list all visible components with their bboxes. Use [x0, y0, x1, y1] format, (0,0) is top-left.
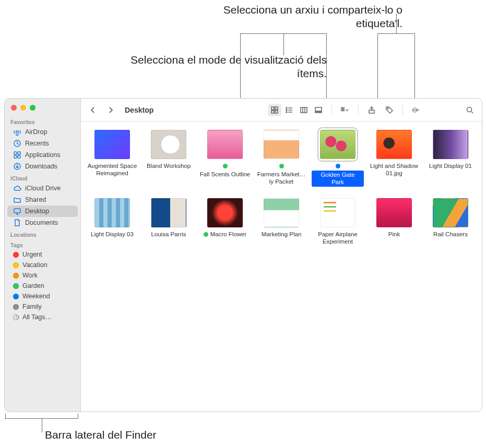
cloud-icon: [13, 184, 21, 192]
file-item[interactable]: Light Display 03: [85, 197, 139, 247]
desktop-icon: [13, 207, 21, 215]
files-grid: Augmented Space ReimaginedBland Workshop…: [81, 122, 482, 254]
toolbar-divider: [331, 105, 332, 115]
svg-point-13: [286, 110, 287, 111]
file-name-text: Farmers Market…ly Packet: [255, 171, 307, 186]
sidebar-item-icloud-drive[interactable]: iCloud Drive: [7, 183, 78, 194]
svg-point-14: [286, 112, 287, 113]
tag-color-icon: [13, 252, 19, 258]
sidebar-item-label: Desktop: [25, 208, 49, 215]
minimize-window-button[interactable]: [20, 105, 26, 111]
more-actions-button[interactable]: [409, 104, 423, 116]
file-item[interactable]: Louisa Parris: [141, 197, 196, 247]
svg-point-29: [416, 110, 416, 110]
share-button[interactable]: [365, 104, 378, 116]
sidebar-item-applications[interactable]: Applications: [7, 149, 78, 161]
file-item[interactable]: Macro Flower: [198, 197, 252, 247]
file-item[interactable]: Paper Airplane Experiment: [311, 197, 365, 247]
sidebar-item-label: Documents: [25, 219, 58, 226]
callout-line: [396, 14, 397, 33]
sidebar-tag-vacation[interactable]: Vacation: [7, 260, 78, 270]
file-item[interactable]: Fall Scents Outline: [198, 129, 252, 188]
sidebar: Favorites AirDropRecentsApplicationsDown…: [5, 99, 81, 411]
file-thumbnail: [320, 198, 355, 227]
file-name-text: Bland Workshop: [147, 162, 191, 169]
file-thumbnail: [320, 130, 355, 159]
sidebar-tag-label: Garden: [22, 282, 44, 289]
file-thumbnail: [151, 198, 186, 227]
file-tag-icon: [223, 164, 228, 168]
file-thumbnail: [151, 130, 186, 159]
callout-line: [377, 33, 378, 104]
view-columns-button[interactable]: [297, 104, 311, 116]
sidebar-item-label: AirDrop: [25, 128, 47, 136]
callout-line: [326, 33, 327, 104]
file-thumbnail: [376, 130, 412, 159]
file-name: Fall Scents Outline: [199, 162, 251, 178]
window-controls: [5, 102, 80, 116]
sidebar-tag-label: Urgent: [22, 251, 42, 258]
tags-button[interactable]: [383, 104, 396, 116]
tag-color-icon: [13, 304, 19, 310]
file-item[interactable]: Golden Gate Park: [311, 129, 365, 188]
file-name-text: Pink: [388, 231, 400, 238]
file-thumbnail: [433, 130, 468, 159]
file-thumbnail: [207, 198, 243, 227]
group-by-button[interactable]: [338, 104, 352, 116]
forward-button[interactable]: [104, 104, 117, 116]
sidebar-tag-work[interactable]: Work: [7, 270, 78, 281]
svg-rect-9: [275, 107, 278, 110]
sidebar-item-label: iCloud Drive: [25, 185, 61, 192]
callout-view-mode: Selecciona el mode de visualització dels…: [118, 53, 327, 81]
file-name: Paper Airplane Experiment: [312, 231, 364, 246]
svg-rect-21: [343, 107, 344, 108]
file-name-text: Paper Airplane Experiment: [312, 231, 364, 246]
sidebar-item-documents[interactable]: Documents: [7, 217, 78, 228]
sidebar-item-desktop[interactable]: Desktop: [7, 205, 78, 217]
file-name: Marketing Plan: [262, 231, 302, 238]
svg-rect-8: [271, 107, 274, 110]
sidebar-section-icloud: iCloud: [5, 172, 80, 183]
file-thumbnail: [207, 130, 243, 159]
zoom-window-button[interactable]: [30, 105, 35, 111]
svg-rect-22: [341, 110, 342, 111]
sidebar-item-downloads[interactable]: Downloads: [7, 161, 78, 172]
back-button[interactable]: [86, 104, 100, 116]
file-item[interactable]: Bland Workshop: [141, 129, 196, 188]
file-name: Pink: [388, 231, 400, 238]
sidebar-item-shared[interactable]: Shared: [7, 194, 78, 205]
sidebar-tag-all-tags-[interactable]: All Tags…: [7, 312, 78, 322]
file-name: Farmers Market…ly Packet: [255, 162, 307, 186]
view-gallery-button[interactable]: [312, 104, 325, 116]
sidebar-tag-garden[interactable]: Garden: [7, 281, 78, 291]
file-item[interactable]: Farmers Market…ly Packet: [254, 129, 309, 188]
doc-icon: [13, 219, 21, 227]
svg-rect-23: [343, 110, 344, 111]
svg-rect-19: [320, 112, 322, 113]
file-item[interactable]: Pink: [367, 197, 421, 247]
view-list-button[interactable]: [282, 104, 296, 116]
file-item[interactable]: Marketing Plan: [254, 197, 309, 247]
file-item[interactable]: Light and Shadow 01.jpg: [367, 129, 421, 188]
view-icons-button[interactable]: [268, 104, 281, 116]
callout-line: [5, 414, 6, 419]
file-name: Louisa Parris: [151, 231, 186, 238]
svg-rect-10: [271, 111, 274, 113]
sidebar-tag-weekend[interactable]: Weekend: [7, 291, 78, 301]
file-item[interactable]: Rail Chasers: [423, 197, 478, 247]
sidebar-item-airdrop[interactable]: AirDrop: [7, 126, 78, 138]
sidebar-item-recents[interactable]: Recents: [7, 138, 78, 149]
file-item[interactable]: Light Display 01: [423, 129, 478, 188]
file-thumbnail: [94, 130, 130, 159]
svg-rect-7: [14, 209, 20, 213]
tag-color-icon: [13, 273, 19, 279]
apps-icon: [13, 151, 21, 159]
close-window-button[interactable]: [11, 105, 17, 111]
sidebar-section-locations: Locations: [5, 228, 80, 239]
toolbar: Desktop: [81, 99, 482, 122]
search-button[interactable]: [463, 104, 477, 116]
svg-point-25: [387, 108, 388, 109]
sidebar-tag-urgent[interactable]: Urgent: [7, 249, 78, 260]
file-item[interactable]: Augmented Space Reimagined: [85, 129, 139, 188]
sidebar-tag-family[interactable]: Family: [7, 301, 78, 312]
